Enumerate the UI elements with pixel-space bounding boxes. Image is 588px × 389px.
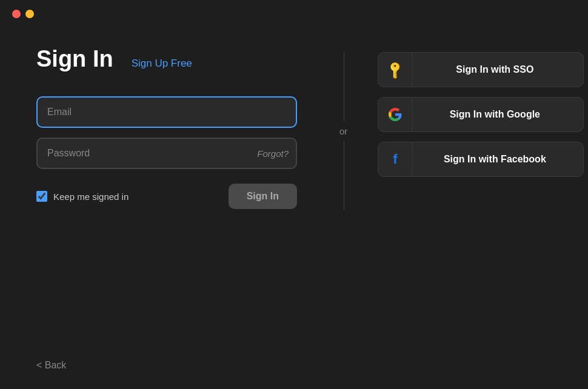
or-label: or [339,121,347,141]
sso-icon-wrap: 🔑 [378,53,412,87]
google-label: Sign In with Google [412,109,583,120]
bottom-row: Keep me signed in Sign In [36,184,297,209]
password-row: Forgot? [36,138,297,169]
email-input[interactable] [36,96,297,128]
facebook-icon: f [393,151,397,167]
right-panel: 🔑 Sign In with SSO Sign In with Google f… [353,46,584,177]
google-icon [388,107,403,122]
sign-in-button[interactable]: Sign In [229,184,297,209]
main-content: Sign In Sign Up Free Forgot? Keep me sig… [0,28,588,240]
left-panel: Sign In Sign Up Free Forgot? Keep me sig… [36,46,333,209]
sso-button[interactable]: 🔑 Sign In with SSO [378,52,584,87]
key-icon: 🔑 [385,59,406,81]
keep-signed-row: Keep me signed in [36,191,129,202]
facebook-label: Sign In with Facebook [412,154,583,165]
forgot-button[interactable]: Forgot? [257,148,289,159]
facebook-icon-wrap: f [378,142,412,176]
signup-link[interactable]: Sign Up Free [132,58,192,70]
google-button[interactable]: Sign In with Google [378,97,584,132]
facebook-button[interactable]: f Sign In with Facebook [378,142,584,177]
minimize-dot[interactable] [25,10,34,18]
back-button[interactable]: < Back [36,360,66,371]
sso-label: Sign In with SSO [412,64,583,75]
divider: or [333,46,353,216]
page-title: Sign In [36,46,113,72]
header-row: Sign In Sign Up Free [36,46,309,72]
keep-signed-checkbox[interactable] [36,191,47,202]
close-dot[interactable] [12,10,21,18]
keep-signed-label: Keep me signed in [53,191,129,202]
google-icon-wrap [378,98,412,131]
titlebar [0,0,588,28]
